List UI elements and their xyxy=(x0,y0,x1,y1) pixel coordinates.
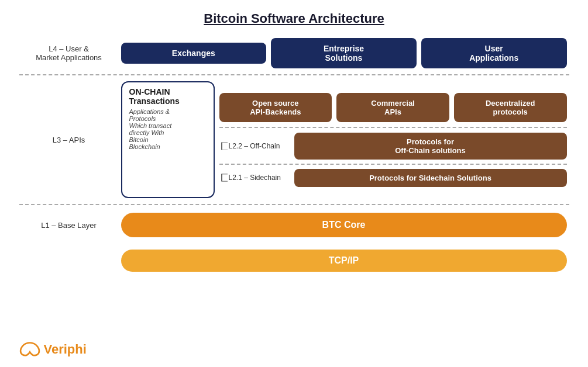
logo-area: Veriphi xyxy=(19,341,87,358)
l1-content: BTC Core xyxy=(119,207,569,243)
l4-user-apps-box: User Applications xyxy=(421,38,567,68)
l21-label-wrap: L2.1 – Sidechain xyxy=(219,174,290,182)
logo-text: Veriphi xyxy=(44,342,87,357)
l22-row: L2.2 – Off-Chain Protocols for Off-Chain… xyxy=(219,133,567,160)
onchain-subtitle: Applications &ProtocolsWhich transactdir… xyxy=(129,108,207,150)
l4-label: L4 – User & Market Applications xyxy=(19,34,119,72)
onchain-box: ON-CHAINTransactions Applications &Proto… xyxy=(121,81,215,198)
l4-content: Exchanges Entreprise Solutions User Appl… xyxy=(119,34,569,72)
tcpip-row: TCP/IP xyxy=(19,246,569,275)
l4-exchanges-box: Exchanges xyxy=(121,43,267,64)
l22-box: Protocols for Off-Chain solutions xyxy=(294,133,567,160)
l3-decentralized-box: Decentralized protocols xyxy=(454,93,567,122)
tcpip-box: TCP/IP xyxy=(121,250,567,272)
l4-entreprise-box: Entreprise Solutions xyxy=(271,38,417,68)
tcpip-label xyxy=(19,246,119,275)
l21-row: L2.1 – Sidechain Protocols for Sidechain… xyxy=(219,169,567,187)
l3-l2-inner-divider xyxy=(219,127,567,128)
l22-bracket-icon xyxy=(221,142,229,150)
l3-open-source-box: Open source API-Backends xyxy=(219,93,332,122)
l4-row: L4 – User & Market Applications Exchange… xyxy=(19,34,569,75)
l1-label: L1 – Base Layer xyxy=(19,207,119,243)
l21-l22-divider xyxy=(219,164,567,165)
l3-l2-section: L3 – APIs ON-CHAINTransactions Applicati… xyxy=(19,78,569,205)
l3-commercial-box: Commercial APIs xyxy=(336,93,449,122)
l3-row: L3 – APIs ON-CHAINTransactions Applicati… xyxy=(19,78,569,202)
l21-bracket-icon xyxy=(221,174,229,182)
veriphi-logo-icon xyxy=(19,341,40,358)
l21-label: L2.1 – Sidechain xyxy=(229,174,281,182)
l1-btccore-box: BTC Core xyxy=(121,213,567,237)
l1-row: L1 – Base Layer BTC Core xyxy=(19,207,569,243)
l21-box: Protocols for Sidechain Solutions xyxy=(294,169,567,187)
page-title: Bitcoin Software Architecture xyxy=(19,11,569,26)
l3-label: L3 – APIs xyxy=(19,78,119,202)
main-layout: L4 – User & Market Applications Exchange… xyxy=(19,34,569,275)
l22-label-wrap: L2.2 – Off-Chain xyxy=(219,142,290,150)
onchain-title: ON-CHAINTransactions xyxy=(129,87,207,106)
tcpip-content: TCP/IP xyxy=(119,246,569,275)
diagram-container: Bitcoin Software Architecture L4 – User … xyxy=(8,5,581,362)
l22-label: L2.2 – Off-Chain xyxy=(229,142,280,150)
